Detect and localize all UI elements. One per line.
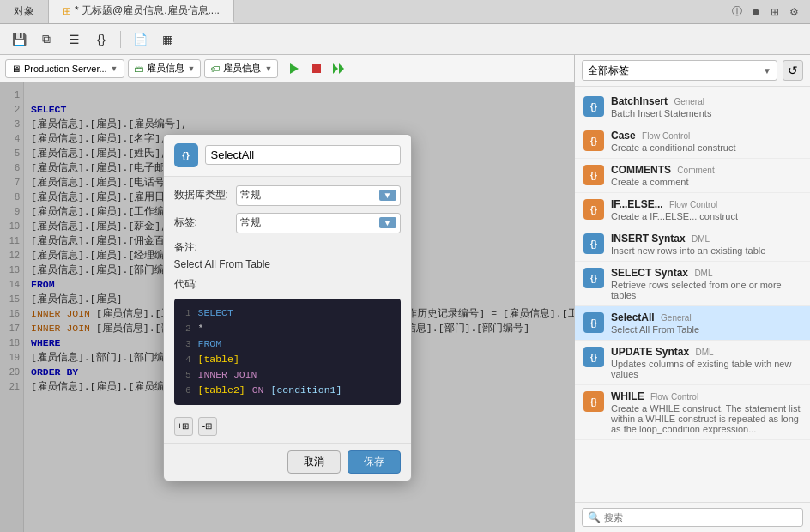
tag-label: 标签:	[174, 215, 236, 230]
db-type-arrow: ▼	[379, 190, 396, 201]
run-btn[interactable]	[285, 59, 304, 78]
modal-header: {}	[164, 135, 411, 177]
tab-object[interactable]: 对象	[0, 0, 49, 23]
cancel-button[interactable]: 取消	[287, 450, 341, 474]
modal-body: 数据库类型: 常规 ▼ 标签: 常规 ▼	[164, 177, 411, 414]
db-bar: 🖥 Production Server... ▼ 🗃 雇员信息 ▼ 🏷 雇员信息…	[0, 55, 574, 82]
copy-btn[interactable]: ⧉	[34, 28, 58, 51]
braces-btn[interactable]: {}	[89, 28, 113, 51]
snippet-icon: {}	[583, 233, 604, 254]
server-label: Production Server...	[24, 63, 107, 74]
db2-label: 雇员信息	[223, 62, 261, 75]
save-button[interactable]: 保存	[348, 450, 401, 474]
right-panel: 全部标签 ▼ ↺ {} BatchInsert General Batch In…	[575, 55, 810, 532]
main-area: 🖥 Production Server... ▼ 🗃 雇员信息 ▼ 🏷 雇员信息…	[0, 55, 810, 532]
server-selector[interactable]: 🖥 Production Server... ▼	[5, 59, 124, 78]
db1-selector[interactable]: 🗃 雇员信息 ▼	[128, 59, 202, 78]
snippet-item[interactable]: {} Case Flow Control Create a conditiona…	[575, 124, 810, 159]
left-panel: 🖥 Production Server... ▼ 🗃 雇员信息 ▼ 🏷 雇员信息…	[0, 55, 575, 532]
db-type-select[interactable]: 常规 ▼	[236, 185, 401, 206]
db-type-label: 数据库类型:	[174, 188, 236, 203]
modal-overlay: {} 数据库类型: 常规 ▼ 标签:	[0, 82, 574, 532]
more-btn[interactable]: ▦	[155, 28, 179, 51]
right-footer: 🔍	[575, 502, 810, 532]
snippet-badge: General	[674, 97, 704, 106]
note-section: 备注: Select All From Table	[174, 240, 401, 270]
title-bar: 对象 ⊞ * 无标题@雇员信息.雇员信息.... ⓘ ⏺ ⊞ ⚙	[0, 0, 810, 24]
code-line-6: 6 [table2] ON [condition1]	[181, 383, 394, 398]
snippet-name: INSERT Syntax	[611, 233, 686, 245]
snippet-item[interactable]: {} WHILE Flow Control Create a WHILE con…	[575, 385, 810, 440]
snippet-item[interactable]: {} INSERT Syntax DML Insert new rows int…	[575, 227, 810, 262]
modal-title-input[interactable]	[205, 145, 401, 165]
more-run-btn[interactable]	[329, 59, 348, 78]
code-line-1: 1 SELECT	[181, 305, 394, 321]
snippet-badge: Flow Control	[650, 392, 698, 402]
snippet-icon: {}	[583, 96, 604, 117]
snippet-icon: {}	[583, 312, 604, 333]
svg-rect-1	[312, 64, 321, 73]
snippet-name: Case	[611, 130, 636, 142]
code-line-4: 4 [table]	[181, 352, 394, 367]
snippet-text: UPDATE Syntax DML Updates columns of exi…	[611, 346, 801, 379]
snippet-name: IF...ELSE...	[611, 198, 663, 210]
title-right: ⓘ ⏺ ⊞ ⚙	[234, 0, 810, 23]
db1-label: 雇员信息	[147, 62, 184, 75]
doc-btn[interactable]: 📄	[128, 28, 152, 51]
tag-row: 标签: 常规 ▼	[174, 213, 401, 233]
note-text: Select All From Table	[174, 258, 401, 270]
db2-selector[interactable]: 🏷 雇员信息 ▼	[204, 59, 278, 78]
snippet-name: SELECT Syntax	[611, 267, 688, 279]
snippet-icon: {}	[583, 130, 604, 151]
db-type-row: 数据库类型: 常规 ▼	[174, 185, 401, 206]
db1-icon: 🗃	[134, 63, 143, 74]
code-line-2: 2 *	[181, 321, 394, 336]
svg-marker-3	[339, 63, 344, 74]
add-tool-btn[interactable]: +⊞	[174, 417, 193, 436]
snippet-desc: Retrieve rows selected from one or more …	[611, 280, 801, 300]
stop-btn[interactable]	[307, 59, 326, 78]
tab-query[interactable]: ⊞ * 无标题@雇员信息.雇员信息....	[49, 0, 234, 23]
tag-value: 常规	[240, 215, 261, 230]
table-icon[interactable]: ⊞	[765, 3, 784, 21]
snippet-text: Case Flow Control Create a conditional c…	[611, 130, 801, 153]
svg-marker-0	[290, 63, 299, 74]
snippet-item[interactable]: {} IF...ELSE... Flow Control Create a IF…	[575, 193, 810, 227]
snippet-icon: {}	[583, 347, 604, 367]
snippet-text: IF...ELSE... Flow Control Create a IF...…	[611, 198, 801, 221]
snippet-item[interactable]: {} UPDATE Syntax DML Updates columns of …	[575, 341, 810, 385]
snippet-name: WHILE	[611, 390, 644, 402]
snippet-item[interactable]: {} BatchInsert General Batch Insert Stat…	[575, 90, 810, 124]
refresh-icon[interactable]: ↺	[783, 60, 803, 81]
info-icon[interactable]: ⓘ	[728, 3, 747, 21]
snippet-item[interactable]: {} COMMENTS Comment Create a comment	[575, 159, 810, 193]
settings-icon[interactable]: ⚙	[784, 3, 803, 21]
save-btn[interactable]: 💾	[7, 28, 31, 51]
modal-dialog: {} 数据库类型: 常规 ▼ 标签:	[163, 134, 412, 481]
search-box[interactable]: 🔍	[582, 508, 803, 527]
run-controls	[285, 59, 348, 78]
snippet-item[interactable]: {} SelectAll General Select All From Tab…	[575, 306, 810, 341]
code-line-5: 5 INNER JOIN	[181, 367, 394, 383]
snippet-badge: Flow Control	[642, 131, 690, 141]
snippet-text: INSERT Syntax DML Insert new rows into a…	[611, 233, 801, 256]
remove-tool-btn[interactable]: -⊞	[198, 417, 217, 436]
tag-select[interactable]: 常规 ▼	[236, 213, 401, 233]
toolbar: 💾 ⧉ ☰ {} 📄 ▦	[0, 24, 810, 55]
sep1	[120, 31, 121, 48]
code-line-3: 3 FROM	[181, 336, 394, 352]
svg-marker-2	[333, 63, 338, 74]
list-btn[interactable]: ☰	[62, 28, 86, 51]
search-input[interactable]	[604, 512, 797, 523]
record-icon[interactable]: ⏺	[747, 3, 765, 21]
tab-object-label: 对象	[14, 4, 34, 19]
code-preview: 1 SELECT 2 * 3 FROM	[174, 299, 401, 405]
snippet-item[interactable]: {} SELECT Syntax DML Retrieve rows selec…	[575, 262, 810, 306]
modal-footer: 取消 保存	[164, 443, 411, 481]
snippet-name: COMMENTS	[611, 164, 671, 176]
code-label: 代码:	[174, 277, 401, 292]
db-type-value: 常规	[240, 188, 261, 203]
snippet-desc: Create a comment	[611, 177, 801, 187]
tab-icon: ⊞	[63, 5, 71, 17]
tag-filter[interactable]: 全部标签 ▼	[582, 60, 777, 81]
